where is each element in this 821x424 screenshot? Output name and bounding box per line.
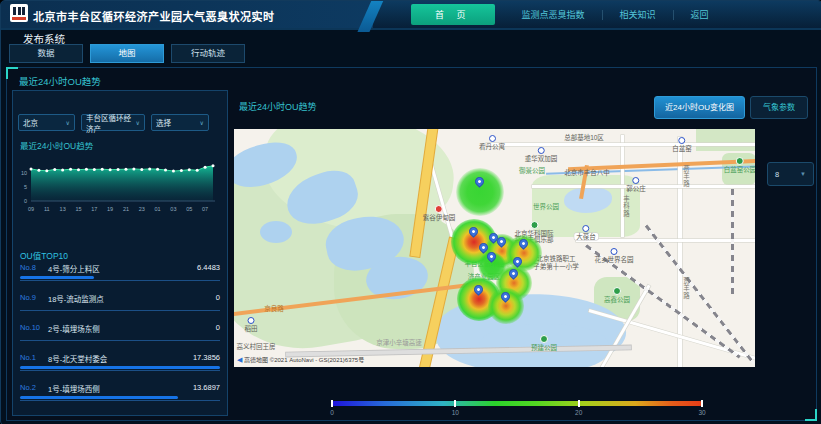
ou-top-row: No.918号-流动监测点0 [20, 293, 220, 320]
map-label: 预建公园 [531, 335, 557, 351]
svg-text:23: 23 [139, 206, 145, 212]
heatmap-blob-low [456, 168, 504, 216]
map-label: 总部基地10区 [564, 134, 604, 141]
rank-label: No.9 [20, 293, 36, 302]
progress-track [20, 276, 220, 281]
sidebar: 北京∨丰台区循环经济产∨选择∨ 最近24小时OU趋势 0510091113151… [12, 90, 228, 416]
map-label: 重华双加园 [525, 147, 558, 162]
gaode-logo-icon: ◀ [237, 356, 242, 363]
ou-trend-chart: 0510091113151719212301030507 [15, 151, 221, 219]
map-label-text: 北京市丰台八中 [564, 169, 610, 176]
svg-text:11: 11 [44, 206, 50, 212]
map-attribution-text: 高德地图 ©2021 AutoNavi - GS(2021)6375号 [244, 357, 364, 363]
map-water [260, 221, 292, 243]
map-label-text: 预建公园 [531, 344, 557, 351]
nav-item[interactable]: 监测点恶臭指数 [505, 8, 602, 21]
map-label: 京良路 [264, 305, 284, 312]
ou-value: 0 [216, 293, 220, 302]
map-label: 世界公园 [533, 203, 559, 210]
svg-text:03: 03 [170, 206, 176, 212]
tab-地图[interactable]: 地图 [90, 44, 164, 63]
park-icon [540, 335, 548, 343]
map-label: 稻田 [245, 317, 258, 332]
subway-icon [679, 137, 686, 144]
ou-color-legend: 0102030 [332, 401, 702, 417]
station-name: 8号-北天堂村委会 [48, 353, 107, 364]
subway-icon [248, 317, 255, 324]
map-label-text: 稻田 [245, 325, 258, 332]
map-label: 高鑫公园 [604, 287, 630, 303]
map-label-text: 贾羊路 [682, 165, 689, 188]
progress-track [20, 396, 220, 401]
filter-select[interactable]: 丰台区循环经济产∨ [81, 114, 145, 131]
map-canvas[interactable]: 看丹公寓总部基地10区重华双加园御景公园北京市丰台八中白盆窑白盆窑公园郭公庄世界… [234, 129, 755, 367]
nav-item[interactable]: 相关知识 [603, 8, 673, 21]
rank-label: No.10 [20, 323, 40, 332]
button-气象参数[interactable]: 气象参数 [750, 96, 808, 119]
subway-icon [583, 225, 590, 232]
tab-数据[interactable]: 数据 [9, 44, 83, 63]
park-icon [613, 287, 621, 295]
map-label: 御景公园 [519, 167, 545, 174]
filter-select[interactable]: 北京∨ [18, 114, 75, 131]
ou-value: 6.4483 [197, 263, 220, 272]
map-label: 高义村回王房 [237, 343, 276, 350]
map-label-text: 世界公园 [533, 203, 559, 210]
svg-text:13: 13 [60, 206, 66, 212]
map-label-text: 御景公园 [519, 167, 545, 174]
hour-select-value: 8 [775, 170, 779, 179]
svg-text:07: 07 [202, 206, 208, 212]
ou-value: 17.3856 [193, 353, 220, 362]
map-label: 郭公庄 [626, 177, 646, 192]
legend-tick [454, 400, 456, 407]
app-header: 北京市丰台区循环经济产业园大气恶臭状况实时 首 页监测点恶臭指数相关知识返回 [1, 1, 821, 30]
map-label-text: 白盆窑公园 [724, 166, 755, 173]
map-label: 花乡世界名园 [595, 248, 634, 263]
progress-fill [20, 276, 94, 279]
svg-text:15: 15 [75, 206, 81, 212]
park-icon [530, 221, 538, 229]
map-label: 白盆窑公园 [724, 157, 755, 173]
hour-select[interactable]: 8 ▼ [767, 162, 814, 186]
map-label-text: 高义村回王房 [237, 343, 276, 350]
map-label: 贾羊路 [682, 165, 689, 188]
map-road [486, 143, 755, 146]
map-label-text: 大葆台 [574, 233, 598, 240]
map-section-buttons: 近24小时OU变化图气象参数 [654, 96, 808, 119]
chart-title: 最近24小时OU趋势 [20, 139, 93, 151]
svg-text:0: 0 [24, 198, 27, 204]
chevron-down-icon: ∨ [136, 119, 140, 126]
select-value: 北京 [23, 117, 38, 128]
button-近24小时OU变化图[interactable]: 近24小时OU变化图 [654, 96, 745, 119]
nav-item[interactable]: 返回 [674, 8, 726, 21]
tab-行动轨迹[interactable]: 行动轨迹 [171, 44, 245, 63]
progress-fill [20, 366, 220, 369]
map-label-text: 子弟第十一小学 [533, 263, 579, 270]
station-name: 4号-筛分上料区 [48, 263, 100, 274]
nav-item[interactable]: 首 页 [411, 4, 495, 25]
map-railway [731, 189, 734, 294]
select-value: 选择 [156, 117, 171, 128]
ou-top-title: OU值TOP10 [20, 249, 68, 261]
legend-tick [578, 400, 580, 407]
map-label-text: 京良路 [264, 305, 284, 312]
ou-top-row: No.21号-填埋场西侧13.6897 [20, 383, 220, 410]
map-label: 看丹公寓 [479, 135, 505, 150]
subway-icon [538, 147, 545, 154]
svg-text:05: 05 [186, 206, 192, 212]
map-label-text: 花乡世界名园 [595, 256, 634, 263]
svg-text:17: 17 [91, 206, 97, 212]
filter-select[interactable]: 选择∨ [151, 114, 209, 131]
panel-corner-accent [6, 67, 18, 79]
map-label-text: 高鑫公园 [604, 296, 630, 303]
map-road [576, 239, 755, 242]
map-label-text: 郭公庄 [626, 185, 646, 192]
spot-icon [435, 205, 443, 213]
map-park-area [696, 129, 755, 151]
svg-text:21: 21 [123, 206, 129, 212]
map-label: 京津小辛塘高速 [376, 339, 422, 346]
main-nav: 首 页监测点恶臭指数相关知识返回 [411, 1, 726, 28]
app-logo-icon [10, 4, 28, 22]
map-label-text: 重华双加园 [525, 155, 558, 162]
chevron-down-icon: ∨ [66, 119, 70, 126]
